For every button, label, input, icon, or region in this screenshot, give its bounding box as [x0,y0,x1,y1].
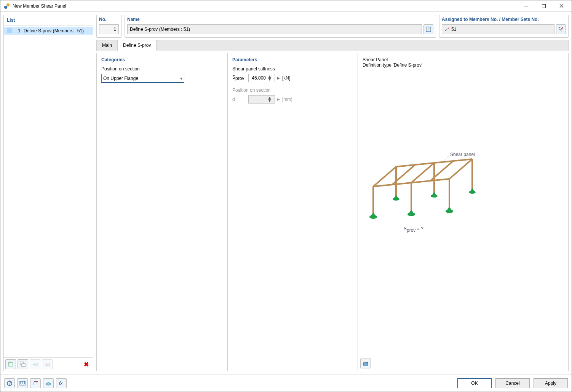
ill-panel-label: Shear panel [450,152,475,157]
svg-rect-3 [542,4,546,8]
categories-title: Categories [101,57,223,62]
list-panel: List 1 Define S-prov (Members : 51) ✳ ✖ [3,15,93,371]
no-input[interactable] [99,24,119,34]
preview-options-button[interactable] [360,359,371,368]
position-label: Position on section [101,66,223,72]
svg-text:fx: fx [59,381,63,386]
tab-main[interactable]: Main [97,40,118,51]
d-more-button: ▶ [277,97,280,101]
svg-rect-10 [36,363,37,366]
d-unit: [mm] [282,97,292,102]
position-value: On Upper Flange [103,76,138,81]
position-param-label: Position on section [232,88,353,93]
list-item[interactable]: 1 Define S-prov (Members : 51) [4,27,93,35]
list-toolbar: ✳ ✖ [4,357,93,371]
d-row: d ▲▼ ▶ [mm] [232,95,353,104]
units-button[interactable]: 0.00 [17,378,28,388]
ill-formula: Sprov = ? [404,226,423,233]
sprov-input[interactable] [249,75,267,81]
sprov-unit: [kN] [282,75,290,81]
list-header: List [4,15,93,25]
help-button[interactable]: ? [4,378,15,388]
new-item-button[interactable]: ✳ [5,359,16,369]
svg-text:✳: ✳ [8,362,12,365]
svg-marker-36 [408,210,414,214]
name-input[interactable] [127,24,422,34]
main-pane: Categories Position on section On Upper … [96,53,569,371]
stiffness-label: Shear panel stiffness [232,66,353,72]
preview-line2: Definition type 'Define S-prov' [363,62,564,68]
footer: ? 0.00 fx OK Cancel Apply [0,374,572,392]
parameters-column: Parameters Shear panel stiffness Sprov ▲… [228,53,358,371]
svg-marker-38 [446,207,452,211]
preview-toolbar [360,359,371,368]
exclude-button [42,359,53,369]
maximize-button[interactable] [535,0,553,12]
dialog-buttons: OK Cancel Apply [457,378,568,388]
sprov-row: Sprov ▲▼ ▶ [kN] [232,74,353,82]
pick-members-button[interactable] [556,24,566,34]
position-select[interactable]: On Upper Flange ▾ [101,74,184,83]
footer-tools: ? 0.00 fx [4,378,67,388]
assigned-value: 51 [451,27,456,32]
preview-column: Shear Panel Definition type 'Define S-pr… [358,53,568,371]
no-label: No. [97,15,121,23]
tab-define-sprov[interactable]: Define S-prov [118,40,157,51]
svg-point-1 [6,3,10,6]
sprov-symbol: Sprov [232,75,246,81]
delete-item-button[interactable]: ✖ [81,359,91,369]
include-button [30,359,40,369]
svg-point-0 [4,6,7,9]
list-body: 1 Define S-prov (Members : 51) [4,25,93,357]
parameters-title: Parameters [232,57,353,62]
chevron-down-icon: ▾ [180,76,182,81]
ok-button[interactable]: OK [457,378,492,388]
close-button[interactable] [553,0,570,12]
tabs: Main Define S-prov [96,40,569,51]
d-symbol: d [232,97,246,102]
render-button[interactable] [43,378,54,388]
sprov-more-button[interactable]: ▶ [277,76,280,80]
list-item-swatch [7,29,12,33]
sprov-spinner[interactable]: ▲▼ [248,74,275,82]
right-area: No. Name Assigned to Members No. / Membe… [96,15,569,371]
preview-line1: Shear Panel [363,57,564,62]
svg-marker-40 [393,195,399,199]
no-box: No. [96,15,121,38]
list-item-index: 1 [14,28,21,33]
assigned-display[interactable]: 51 [442,24,554,34]
minimize-button[interactable] [518,0,535,12]
name-box: Name [125,15,436,38]
d-spin-buttons: ▲▼ [267,97,272,102]
svg-marker-42 [431,192,437,196]
apply-button[interactable]: Apply [534,378,568,388]
assigned-label: Assigned to Members No. / Member Sets No… [439,15,568,23]
dialog-window: New Member Shear Panel List 1 Define S-p… [0,0,572,392]
member-icon [444,27,450,32]
categories-column: Categories Position on section On Upper … [97,53,228,371]
svg-marker-44 [470,188,475,192]
top-fields-row: No. Name Assigned to Members No. / Membe… [96,15,569,38]
svg-text:?: ? [9,381,11,386]
list-item-label: Define S-prov (Members : 51) [24,28,84,33]
assigned-box: Assigned to Members No. / Member Sets No… [439,15,569,38]
content-area: List 1 Define S-prov (Members : 51) ✳ ✖ [0,12,572,374]
edit-name-button[interactable] [423,24,433,34]
svg-marker-34 [370,212,376,217]
d-input [249,97,267,102]
copy-item-button[interactable] [18,359,28,369]
app-icon [3,3,10,10]
svg-point-54 [36,381,38,382]
svg-line-17 [446,29,448,30]
function-button[interactable]: fx [56,378,67,388]
sprov-spin-buttons[interactable]: ▲▼ [267,75,272,81]
svg-point-47 [363,362,365,363]
name-label: Name [125,15,436,23]
cancel-button[interactable]: Cancel [495,378,530,388]
preview-illustration: Shear panel Sprov = ? [362,152,564,236]
svg-text:0.00: 0.00 [20,381,26,386]
d-spinner: ▲▼ [248,95,275,104]
model-view-button[interactable] [30,378,41,388]
dialog-title: New Member Shear Panel [13,3,518,9]
svg-rect-9 [22,363,25,367]
